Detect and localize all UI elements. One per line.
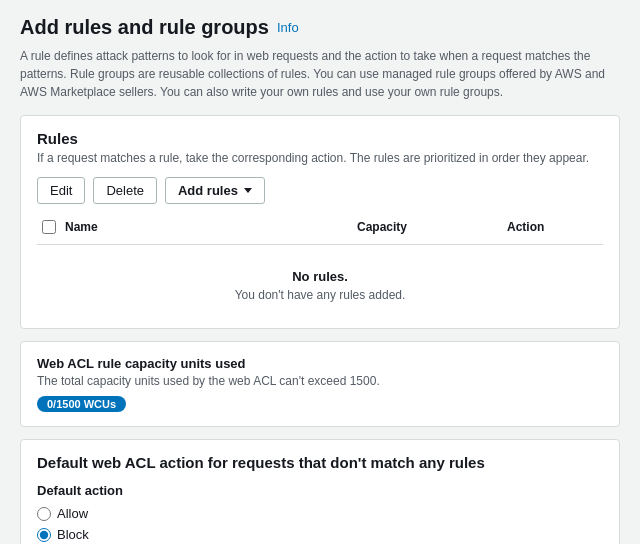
block-radio-option: Block bbox=[37, 527, 603, 542]
rules-table-header: Name Capacity Action bbox=[37, 216, 603, 245]
page-container: Add rules and rule groups Info A rule de… bbox=[0, 0, 640, 544]
select-all-checkbox[interactable] bbox=[42, 220, 56, 234]
rules-card-subtitle: If a request matches a rule, take the co… bbox=[37, 151, 603, 165]
main-content: Add rules and rule groups Info A rule de… bbox=[0, 0, 640, 544]
header-capacity: Capacity bbox=[353, 216, 503, 238]
rules-toolbar: Edit Delete Add rules bbox=[37, 177, 603, 204]
chevron-down-icon bbox=[244, 188, 252, 193]
block-radio[interactable] bbox=[37, 528, 51, 542]
default-action-label: Default action bbox=[37, 483, 603, 498]
capacity-title: Web ACL rule capacity units used bbox=[37, 356, 603, 371]
capacity-card: Web ACL rule capacity units used The tot… bbox=[20, 341, 620, 427]
page-title-row: Add rules and rule groups Info bbox=[20, 16, 620, 39]
header-name: Name bbox=[61, 216, 353, 238]
allow-radio[interactable] bbox=[37, 507, 51, 521]
page-description: A rule defines attack patterns to look f… bbox=[20, 47, 620, 101]
wcu-badge: 0/1500 WCUs bbox=[37, 396, 126, 412]
delete-button[interactable]: Delete bbox=[93, 177, 157, 204]
rules-card-title: Rules bbox=[37, 130, 603, 147]
table-empty-subtitle: You don't have any rules added. bbox=[37, 288, 603, 302]
info-link[interactable]: Info bbox=[277, 20, 299, 35]
page-title: Add rules and rule groups bbox=[20, 16, 269, 39]
default-action-card: Default web ACL action for requests that… bbox=[20, 439, 620, 544]
table-empty-state: No rules. You don't have any rules added… bbox=[37, 245, 603, 314]
edit-button[interactable]: Edit bbox=[37, 177, 85, 204]
capacity-subtitle: The total capacity units used by the web… bbox=[37, 374, 603, 388]
header-action: Action bbox=[503, 216, 603, 238]
header-checkbox-col bbox=[37, 216, 61, 238]
allow-radio-option: Allow bbox=[37, 506, 603, 521]
block-label: Block bbox=[57, 527, 89, 542]
allow-label: Allow bbox=[57, 506, 88, 521]
default-action-title: Default web ACL action for requests that… bbox=[37, 454, 603, 471]
add-rules-button[interactable]: Add rules bbox=[165, 177, 265, 204]
table-empty-title: No rules. bbox=[37, 269, 603, 284]
rules-card: Rules If a request matches a rule, take … bbox=[20, 115, 620, 329]
